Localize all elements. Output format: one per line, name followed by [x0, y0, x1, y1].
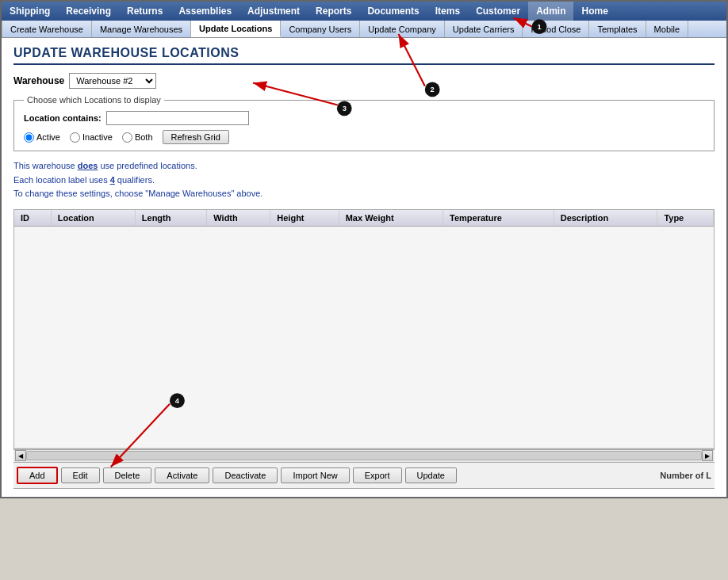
update-button[interactable]: Update	[405, 467, 457, 483]
import-new-button[interactable]: Import New	[281, 467, 349, 483]
add-button[interactable]: Add	[17, 467, 58, 484]
col-length: Length	[135, 210, 206, 227]
col-max-weight: Max Weight	[339, 210, 443, 227]
nav-shipping[interactable]: Shipping	[2, 2, 58, 21]
top-nav: Shipping Receiving Returns Assemblies Ad…	[2, 2, 726, 21]
number-of-label: Number of L	[660, 471, 711, 480]
info-line1-does: does	[78, 161, 98, 170]
info-line2-post: qualifiers.	[115, 175, 155, 185]
data-table: ID Location Length Width Height Max Weig…	[14, 210, 714, 448]
app-container: Shipping Receiving Returns Assemblies Ad…	[0, 0, 728, 498]
nav-home[interactable]: Home	[573, 2, 615, 21]
locations-fieldset: Choose which Locations to display Locati…	[13, 95, 715, 151]
subnav-create-warehouse[interactable]: Create Warehouse	[2, 21, 92, 37]
radio-active-label[interactable]: Active	[24, 132, 60, 143]
table-empty-row	[14, 226, 714, 448]
radio-both-text: Both	[135, 132, 153, 142]
subnav-company-users[interactable]: Company Users	[281, 21, 360, 37]
subnav-manage-warehouses[interactable]: Manage Warehouses	[92, 21, 191, 37]
info-text: This warehouse does use predefined locat…	[13, 159, 715, 201]
radio-inactive[interactable]	[70, 132, 80, 143]
nav-documents[interactable]: Documents	[359, 2, 427, 21]
page-title: Update Warehouse Locations	[13, 46, 715, 65]
button-bar: Add Edit Delete Activate Deactivate Impo…	[13, 462, 715, 489]
info-line2: Each location label uses 4 qualifiers.	[13, 174, 715, 188]
radio-both-label[interactable]: Both	[122, 132, 153, 143]
location-contains-row: Location contains:	[24, 111, 704, 125]
subnav-mobile[interactable]: Mobile	[646, 21, 688, 37]
activate-button[interactable]: Activate	[155, 467, 209, 483]
edit-button[interactable]: Edit	[61, 467, 100, 483]
radio-both[interactable]	[122, 132, 132, 143]
radio-inactive-label[interactable]: Inactive	[70, 132, 113, 143]
col-width: Width	[207, 210, 270, 227]
radio-row: Active Inactive Both Refresh Grid	[24, 130, 704, 144]
warehouse-select-wrap: Warehouse #2	[69, 73, 156, 89]
col-location: Location	[51, 210, 135, 227]
table-empty-cell	[14, 226, 714, 448]
location-contains-input[interactable]	[106, 111, 249, 125]
radio-active[interactable]	[24, 132, 34, 143]
table-container: ID Location Length Width Height Max Weig…	[13, 209, 715, 449]
col-description: Description	[554, 210, 657, 227]
info-line2-pre: Each location label uses	[13, 175, 110, 185]
warehouse-label: Warehouse	[13, 75, 64, 86]
scroll-right-button[interactable]: ▶	[702, 450, 713, 461]
subnav-update-company[interactable]: Update Company	[360, 21, 445, 37]
export-button[interactable]: Export	[353, 467, 402, 483]
col-id: ID	[14, 210, 51, 227]
subnav-templates[interactable]: Templates	[589, 21, 646, 37]
page-content: Update Warehouse Locations Warehouse War…	[2, 38, 726, 497]
radio-active-text: Active	[36, 132, 60, 142]
delete-button[interactable]: Delete	[103, 467, 152, 483]
nav-adjustment[interactable]: Adjustment	[239, 2, 308, 21]
subnav-update-locations[interactable]: Update Locations	[191, 21, 281, 37]
table-header-row: ID Location Length Width Height Max Weig…	[14, 210, 714, 227]
info-line3: To change these settings, choose "Manage…	[13, 187, 715, 201]
info-line1-pre: This warehouse	[13, 161, 78, 170]
location-contains-label: Location contains:	[24, 113, 102, 123]
sub-nav: Create Warehouse Manage Warehouses Updat…	[2, 21, 726, 38]
table-head: ID Location Length Width Height Max Weig…	[14, 210, 714, 227]
info-line1-post: use predefined locations.	[98, 161, 197, 170]
subnav-period-close[interactable]: Period Close	[523, 21, 589, 37]
nav-returns[interactable]: Returns	[119, 2, 171, 21]
radio-inactive-text: Inactive	[82, 132, 113, 142]
nav-reports[interactable]: Reports	[308, 2, 359, 21]
deactivate-button[interactable]: Deactivate	[213, 467, 278, 483]
info-line1: This warehouse does use predefined locat…	[13, 159, 715, 174]
locations-legend: Choose which Locations to display	[24, 95, 164, 105]
nav-customer[interactable]: Customer	[468, 2, 528, 21]
nav-assemblies[interactable]: Assemblies	[171, 2, 239, 21]
col-type: Type	[657, 210, 714, 227]
scroll-left-button[interactable]: ◀	[15, 450, 26, 461]
nav-admin[interactable]: Admin	[528, 2, 573, 21]
nav-receiving[interactable]: Receiving	[58, 2, 119, 21]
nav-items[interactable]: Items	[427, 2, 468, 21]
refresh-grid-button[interactable]: Refresh Grid	[163, 130, 229, 144]
table-body	[14, 226, 714, 448]
warehouse-select[interactable]: Warehouse #2	[69, 73, 156, 89]
subnav-update-carriers[interactable]: Update Carriers	[445, 21, 523, 37]
col-height: Height	[270, 210, 339, 227]
scrollbar-area: ◀ ▶	[13, 449, 715, 462]
col-temperature: Temperature	[443, 210, 554, 227]
scrollbar-track[interactable]	[26, 451, 702, 460]
warehouse-row: Warehouse Warehouse #2	[13, 73, 715, 89]
